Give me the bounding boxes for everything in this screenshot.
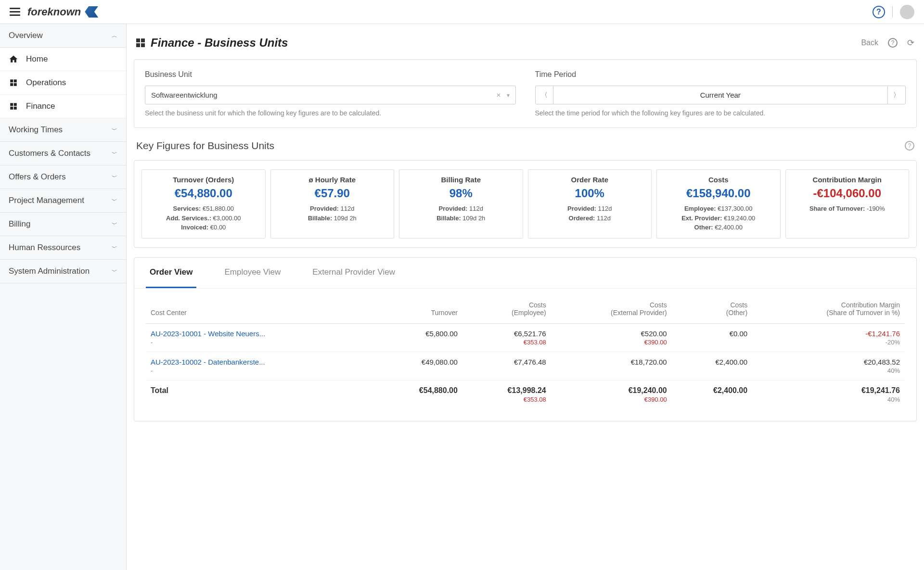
sidebar-item-finance[interactable]: Finance	[0, 95, 126, 118]
chevron-down-icon: ﹀	[112, 220, 117, 228]
nav-group-label: Project Management	[9, 196, 84, 205]
filter-card: Business Unit Softwareentwicklung ✕ ▾ Se…	[134, 59, 917, 128]
period-value[interactable]: Current Year	[553, 86, 888, 104]
nav-group-working-times[interactable]: Working Times ﹀	[0, 118, 126, 142]
section-title: Key Figures for Business Units	[136, 140, 274, 152]
kpi-value: -€104,060.00	[790, 187, 905, 200]
brand-logo[interactable]: foreknown	[27, 6, 98, 18]
svg-rect-0	[10, 79, 13, 82]
topbar: foreknown ?	[0, 0, 924, 24]
kpi-detail: Provided: 112d Ordered: 112d	[532, 204, 648, 223]
chevron-down-icon: ﹀	[112, 197, 117, 205]
th-costs-external[interactable]: Costs(External Provider)	[551, 294, 672, 324]
grid-icon	[9, 78, 18, 88]
nav-group-human-resources[interactable]: Human Ressources ﹀	[0, 236, 126, 260]
nav-group-label: Overview	[9, 31, 43, 40]
brand-name: foreknown	[27, 6, 81, 18]
chevron-down-icon: ﹀	[112, 150, 117, 158]
kpi-title: Turnover (Orders)	[146, 176, 261, 184]
th-cost-center[interactable]: Cost Center	[146, 294, 374, 324]
help-outline-icon[interactable]: ?	[888, 38, 898, 48]
hamburger-icon[interactable]	[10, 8, 20, 16]
period-next-button[interactable]: 〉	[887, 86, 906, 104]
business-unit-select[interactable]: Softwareentwicklung ✕ ▾	[145, 86, 516, 104]
sidebar-item-home[interactable]: Home	[0, 48, 126, 71]
chevron-down-icon: ﹀	[112, 244, 117, 252]
kpi-order-rate: Order Rate 100% Provided: 112d Ordered: …	[528, 169, 652, 239]
svg-rect-5	[14, 103, 17, 106]
kpi-value: 98%	[403, 187, 519, 200]
svg-rect-2	[10, 83, 13, 86]
sidebar-item-operations[interactable]: Operations	[0, 71, 126, 95]
tab-order-view[interactable]: Order View	[146, 258, 196, 288]
kpi-value: €57.90	[275, 187, 390, 200]
order-link[interactable]: AU-2023-10001 - Website Neuers...	[151, 329, 265, 338]
nav-group-system-administration[interactable]: System Administration ﹀	[0, 260, 126, 283]
table-total-row: Total€54,880.00€13,998.24€353.08€19,240.…	[146, 380, 905, 409]
chevron-down-icon[interactable]: ▾	[507, 92, 510, 99]
kpi-title: Order Rate	[532, 176, 648, 184]
kpi-detail: Provided: 112d Billable: 109d 2h	[275, 204, 390, 223]
kpi-title: Costs	[661, 176, 776, 184]
nav-group-label: Billing	[9, 219, 30, 229]
svg-rect-3	[14, 83, 17, 86]
topbar-right: ?	[873, 5, 914, 19]
nav-group-label: Working Times	[9, 125, 63, 135]
nav-group-label: Customers & Contacts	[9, 149, 90, 158]
sidebar-item-label: Finance	[26, 101, 55, 111]
filter-label: Time Period	[535, 70, 906, 79]
kpi-row: Turnover (Orders) €54,880.00 Services: €…	[134, 160, 917, 248]
th-costs-other[interactable]: Costs(Other)	[672, 294, 752, 324]
nav-group-label: Human Ressources	[9, 243, 80, 253]
divider	[892, 6, 893, 18]
kpi-value: €158,940.00	[661, 187, 776, 200]
chevron-up-icon: ︿	[112, 32, 117, 40]
kpi-title: Contribution Margin	[790, 176, 905, 184]
svg-rect-4	[10, 103, 13, 106]
page-header: Finance - Business Units Back ? ⟳	[134, 36, 917, 50]
filter-label: Business Unit	[145, 70, 516, 79]
page-actions: Back ? ⟳	[861, 38, 914, 48]
filter-help: Select the time period for which the fol…	[535, 109, 906, 117]
tab-external-provider-view[interactable]: External Provider View	[308, 258, 399, 288]
th-contribution-margin befinds[interactable]: Contribution Margin(Share of Turnover in…	[752, 294, 905, 324]
kpi-detail: Provided: 112d Billable: 109d 2h	[403, 204, 519, 223]
page-title: Finance - Business Units	[136, 36, 288, 50]
nav-group-billing[interactable]: Billing ﹀	[0, 213, 126, 236]
order-link[interactable]: AU-2023-10002 - Datenbankerste...	[151, 358, 265, 366]
period-selector: 〈 Current Year 〉	[535, 86, 906, 104]
filter-help: Select the business unit for which the f…	[145, 109, 516, 117]
svg-rect-1	[14, 79, 17, 82]
chevron-down-icon: ﹀	[112, 126, 117, 134]
nav-group-offers-orders[interactable]: Offers & Orders ﹀	[0, 165, 126, 189]
refresh-icon[interactable]: ⟳	[907, 38, 914, 48]
nav-group-label: Offers & Orders	[9, 172, 66, 182]
period-prev-button[interactable]: 〈	[535, 86, 553, 104]
help-icon[interactable]: ?	[873, 6, 885, 18]
select-value: Softwareentwicklung	[151, 91, 218, 99]
page-title-text: Finance - Business Units	[151, 36, 288, 50]
back-link[interactable]: Back	[861, 38, 878, 47]
avatar[interactable]	[900, 5, 914, 19]
kpi-billing-rate: Billing Rate 98% Provided: 112d Billable…	[399, 169, 523, 239]
svg-rect-7	[14, 107, 17, 110]
sidebar: Overview ︿ Home Operations Finance Worki…	[0, 24, 127, 570]
sidebar-item-label: Operations	[26, 78, 66, 88]
table-row: AU-2023-10002 - Datenbankerste...-€49,08…	[146, 352, 905, 380]
nav-group-customers-contacts[interactable]: Customers & Contacts ﹀	[0, 142, 126, 165]
brand-mark-icon	[85, 6, 98, 18]
kpi-title: Billing Rate	[403, 176, 519, 184]
kpi-section-header: Key Figures for Business Units ?	[136, 140, 914, 152]
help-outline-icon[interactable]: ?	[905, 141, 914, 151]
clear-icon[interactable]: ✕	[496, 92, 501, 99]
home-icon	[9, 54, 18, 64]
th-costs-employee[interactable]: Costs(Employee)	[462, 294, 551, 324]
dashboard-icon	[136, 38, 145, 47]
tab-employee-view[interactable]: Employee View	[220, 258, 284, 288]
th-turnover[interactable]: Turnover	[374, 294, 462, 324]
nav-group-overview[interactable]: Overview ︿	[0, 24, 126, 48]
filter-time-period: Time Period 〈 Current Year 〉 Select the …	[535, 70, 906, 117]
grid-icon	[9, 101, 18, 111]
kpi-turnover: Turnover (Orders) €54,880.00 Services: €…	[141, 169, 266, 239]
nav-group-project-management[interactable]: Project Management ﹀	[0, 189, 126, 213]
